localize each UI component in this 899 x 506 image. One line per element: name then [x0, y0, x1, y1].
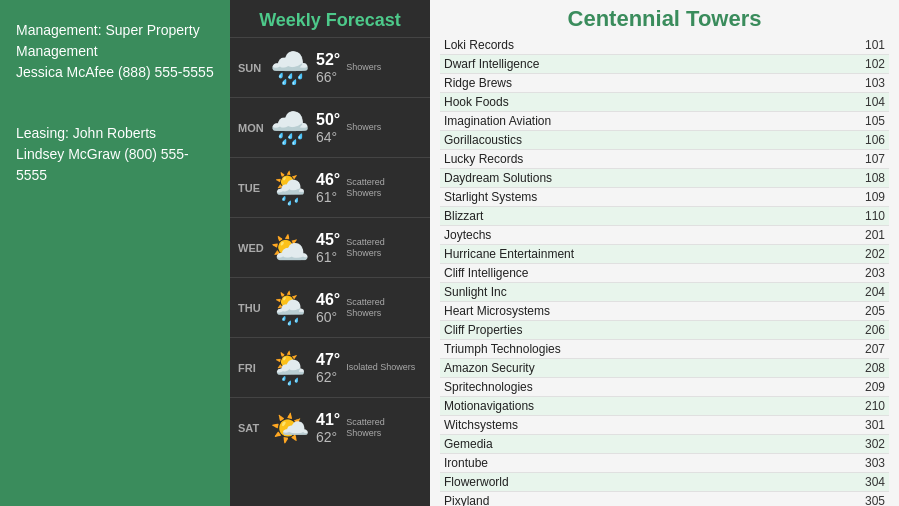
temps: 46°61°: [316, 171, 340, 205]
temps: 41°62°: [316, 411, 340, 445]
tenant-unit: 103: [855, 76, 885, 90]
day-label: FRI: [238, 362, 266, 374]
tenant-name: Amazon Security: [444, 361, 535, 375]
tenant-name: Heart Microsystems: [444, 304, 550, 318]
tenant-unit: 205: [855, 304, 885, 318]
tenant-name: Pixyland: [444, 494, 489, 506]
tenant-unit: 304: [855, 475, 885, 489]
tenant-name: Hook Foods: [444, 95, 509, 109]
day-label: THU: [238, 302, 266, 314]
management-block: Management: Super Property Management Je…: [16, 20, 214, 83]
tenant-name: Dwarf Intelligence: [444, 57, 539, 71]
tenant-name: Blizzart: [444, 209, 483, 223]
forecast-day-row: FRI🌦️47°62°Isolated Showers: [230, 337, 430, 397]
condition-label: Scattered Showers: [346, 177, 385, 199]
temp-low: 66°: [316, 69, 337, 85]
tenant-name: Witchsystems: [444, 418, 518, 432]
condition-label: Scattered Showers: [346, 237, 385, 259]
tenant-row: Starlight Systems109: [440, 188, 889, 207]
tenant-row: Hook Foods104: [440, 93, 889, 112]
tenant-row: Amazon Security208: [440, 359, 889, 378]
temp-low: 60°: [316, 309, 337, 325]
temps: 50°64°: [316, 111, 340, 145]
temp-high: 45°: [316, 231, 340, 249]
tenant-unit: 109: [855, 190, 885, 204]
temps: 47°62°: [316, 351, 340, 385]
tenant-name: Loki Records: [444, 38, 514, 52]
tenant-row: Hurricane Entertainment202: [440, 245, 889, 264]
temps: 46°60°: [316, 291, 340, 325]
tenant-name: Ridge Brews: [444, 76, 512, 90]
temp-low: 62°: [316, 429, 337, 445]
weather-icon: 🌤️: [266, 409, 314, 447]
tenant-unit: 105: [855, 114, 885, 128]
tenant-name: Irontube: [444, 456, 488, 470]
temp-low: 61°: [316, 249, 337, 265]
day-label: WED: [238, 242, 266, 254]
tenant-row: Heart Microsystems205: [440, 302, 889, 321]
temp-high: 52°: [316, 51, 340, 69]
tenant-row: Joytechs201: [440, 226, 889, 245]
forecast-panel: Weekly Forecast SUN🌧️52°66°ShowersMON🌧️5…: [230, 0, 430, 506]
tenant-row: Cliff Intelligence203: [440, 264, 889, 283]
tenant-name: Flowerworld: [444, 475, 509, 489]
condition-label: Scattered Showers: [346, 417, 385, 439]
tenant-row: Gemedia302: [440, 435, 889, 454]
tenant-name: Gorillacoustics: [444, 133, 522, 147]
day-label: MON: [238, 122, 266, 134]
tenant-row: Witchsystems301: [440, 416, 889, 435]
tenant-unit: 108: [855, 171, 885, 185]
weather-icon: 🌦️: [266, 289, 314, 327]
tenant-list: Loki Records101Dwarf Intelligence102Ridg…: [430, 36, 899, 506]
tenant-unit: 104: [855, 95, 885, 109]
tenant-row: Flowerworld304: [440, 473, 889, 492]
right-panel: Centennial Towers Loki Records101Dwarf I…: [430, 0, 899, 506]
tenant-unit: 204: [855, 285, 885, 299]
forecast-day-row: WED⛅45°61°Scattered Showers: [230, 217, 430, 277]
condition-label: Showers: [346, 62, 381, 73]
forecast-day-row: MON🌧️50°64°Showers: [230, 97, 430, 157]
tenant-name: Starlight Systems: [444, 190, 537, 204]
tenant-unit: 106: [855, 133, 885, 147]
day-label: SUN: [238, 62, 266, 74]
temps: 52°66°: [316, 51, 340, 85]
tenant-unit: 101: [855, 38, 885, 52]
tenant-unit: 209: [855, 380, 885, 394]
leasing-contact: Lindsey McGraw (800) 555-5555: [16, 146, 189, 183]
management-label: Management: Super Property Management: [16, 22, 200, 59]
tenant-name: Cliff Intelligence: [444, 266, 529, 280]
tenant-row: Daydream Solutions108: [440, 169, 889, 188]
tenant-unit: 303: [855, 456, 885, 470]
tenant-row: Ridge Brews103: [440, 74, 889, 93]
tenant-name: Daydream Solutions: [444, 171, 552, 185]
tenant-unit: 208: [855, 361, 885, 375]
forecast-title: Weekly Forecast: [259, 0, 401, 37]
temp-low: 61°: [316, 189, 337, 205]
condition-label: Showers: [346, 122, 381, 133]
forecast-day-row: THU🌦️46°60°Scattered Showers: [230, 277, 430, 337]
tenant-name: Sunlight Inc: [444, 285, 507, 299]
tenant-row: Loki Records101: [440, 36, 889, 55]
tenant-unit: 302: [855, 437, 885, 451]
tenant-name: Triumph Technologies: [444, 342, 561, 356]
tenant-unit: 107: [855, 152, 885, 166]
building-title: Centennial Towers: [430, 0, 899, 36]
tenant-row: Pixyland305: [440, 492, 889, 506]
left-panel: Management: Super Property Management Je…: [0, 0, 230, 506]
leasing-label: Leasing: John Roberts: [16, 125, 156, 141]
tenant-unit: 201: [855, 228, 885, 242]
day-label: TUE: [238, 182, 266, 194]
tenant-row: Irontube303: [440, 454, 889, 473]
condition-label: Isolated Showers: [346, 362, 415, 373]
forecast-rows: SUN🌧️52°66°ShowersMON🌧️50°64°ShowersTUE🌦…: [230, 37, 430, 457]
tenant-name: Joytechs: [444, 228, 491, 242]
tenant-unit: 207: [855, 342, 885, 356]
tenant-unit: 305: [855, 494, 885, 506]
weather-icon: 🌦️: [266, 349, 314, 387]
forecast-day-row: SUN🌧️52°66°Showers: [230, 37, 430, 97]
management-contact: Jessica McAfee (888) 555-5555: [16, 64, 214, 80]
temp-high: 46°: [316, 171, 340, 189]
temp-high: 46°: [316, 291, 340, 309]
tenant-unit: 102: [855, 57, 885, 71]
tenant-unit: 110: [855, 209, 885, 223]
